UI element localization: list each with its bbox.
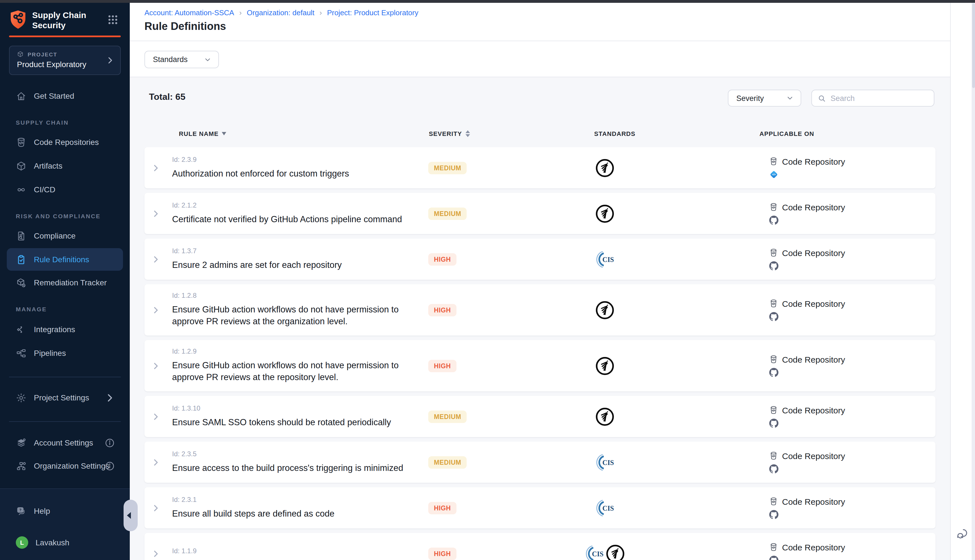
expand-row-icon[interactable] (151, 361, 160, 370)
account-settings-icon (16, 437, 27, 448)
expand-row-icon[interactable] (151, 255, 160, 263)
sidebar-item-artifacts[interactable]: Artifacts (7, 155, 123, 177)
scrollbar[interactable] (972, 0, 975, 560)
total-count: Total: 65 (149, 92, 185, 102)
applicable-label: Code Repository (782, 248, 845, 257)
rule-row[interactable]: Id: 1.2.8 Ensure GitHub action workflows… (144, 284, 935, 335)
column-header-applicable-on: APPLICABLE ON (760, 130, 814, 137)
artifacts-cube-icon (16, 160, 27, 171)
rule-row[interactable]: Id: 1.3.10 Ensure SAML SSO tokens should… (144, 396, 935, 437)
standards-dropdown-label: Standards (153, 55, 188, 64)
sidebar-item-organization-settings[interactable]: Organization Settings (7, 455, 123, 477)
page-title: Rule Definitions (144, 20, 950, 33)
standards-cell: CIS (595, 498, 615, 518)
expand-row-icon[interactable] (151, 163, 160, 172)
expand-row-icon[interactable] (151, 412, 160, 421)
sidebar-item-help[interactable]: ? Help (7, 500, 123, 522)
breadcrumb-project[interactable]: Project: Product Exploratory (327, 8, 418, 17)
sidebar-item-compliance[interactable]: Compliance (7, 225, 123, 247)
sidebar-item-label: Remediation Tracker (34, 278, 107, 287)
severity-badge: HIGH (428, 547, 456, 560)
owasp-icon (595, 300, 615, 320)
sidebar-divider (9, 377, 121, 377)
avatar: L (16, 536, 28, 549)
section-label-manage: MANAGE (16, 306, 47, 312)
applicable-cell: Code Repository (769, 405, 845, 428)
sidebar-item-get-started[interactable]: Get Started (7, 85, 123, 107)
project-cube-icon (17, 51, 24, 58)
sidebar-item-label: Account Settings (34, 438, 93, 447)
sidebar-item-integrations[interactable]: Integrations (7, 318, 123, 341)
rule-row[interactable]: Id: 1.2.9 Ensure GitHub action workflows… (144, 340, 935, 392)
rule-row[interactable]: Id: 2.1.2 Certificate not verified by Gi… (144, 193, 935, 234)
applicable-label: Code Repository (782, 355, 845, 364)
rule-name: Ensure 2 admins are set for each reposit… (172, 258, 342, 270)
rule-id: Id: 2.3.5 (172, 450, 403, 458)
sidebar-collapse-handle[interactable] (124, 500, 138, 531)
rule-row[interactable]: Id: 2.3.5 Ensure access to the build pro… (144, 442, 935, 483)
sidebar-item-remediation-tracker[interactable]: Remediation Tracker (7, 271, 123, 294)
sidebar-item-account-settings[interactable]: Account Settings (7, 432, 123, 454)
standards-cell: CIS (595, 249, 615, 269)
rule-id: Id: 1.2.9 (172, 347, 420, 355)
chevron-down-icon (786, 94, 794, 102)
info-icon[interactable] (104, 437, 115, 448)
expand-row-icon[interactable] (151, 503, 160, 512)
window-top-strip (0, 0, 975, 3)
right-margin-strip (950, 3, 972, 560)
applicable-cell: Code Repository (769, 451, 845, 473)
app-root: Supply Chain Security PROJECT Product Ex… (0, 0, 975, 560)
search-box[interactable] (811, 90, 934, 107)
page-header: Account: Automation-SSCA › Organization:… (130, 3, 950, 41)
sidebar-item-label: Pipelines (34, 348, 66, 358)
rule-row[interactable]: Id: 2.3.1 Ensure all build steps are def… (144, 487, 935, 528)
project-selector[interactable]: PROJECT Product Exploratory (9, 46, 121, 75)
expand-row-icon[interactable] (151, 209, 160, 218)
module-grid-icon[interactable] (107, 14, 119, 25)
scrollbar-thumb[interactable] (972, 3, 975, 88)
rule-row[interactable]: Id: 1.3.7 Ensure 2 admins are set for ea… (144, 238, 935, 280)
cis-icon: CIS (584, 543, 604, 560)
sidebar-item-cicd[interactable]: CI/CD (7, 178, 123, 201)
breadcrumb-organization[interactable]: Organization: default (247, 8, 315, 17)
owasp-icon (595, 356, 615, 376)
sidebar-item-pipelines[interactable]: Pipelines (7, 342, 123, 364)
rule-definitions-clipboard-icon (16, 254, 27, 265)
sidebar-item-user[interactable]: L Lavakush (7, 531, 123, 554)
applicable-label: Code Repository (782, 542, 845, 552)
rule-row[interactable]: Id: 2.3.9 Authorization not enforced for… (144, 147, 935, 188)
severity-dropdown-label: Severity (736, 94, 764, 102)
code-repository-icon (769, 497, 778, 506)
column-header-rule-name[interactable]: RULE NAME (179, 130, 227, 137)
breadcrumb-account[interactable]: Account: Automation-SSCA (144, 8, 234, 17)
severity-dropdown[interactable]: Severity (728, 90, 801, 107)
breadcrumb-separator: › (320, 8, 322, 17)
standards-cell (595, 300, 615, 320)
expand-row-icon[interactable] (151, 549, 160, 558)
search-input[interactable] (831, 94, 928, 102)
expand-row-icon[interactable] (151, 458, 160, 467)
column-header-severity[interactable]: SEVERITY (429, 130, 470, 137)
chat-help-icon[interactable] (955, 527, 968, 541)
expand-row-icon[interactable] (151, 305, 160, 314)
remediation-box-icon (16, 277, 27, 288)
rule-row[interactable]: Id: 1.1.9 HIGH CIS Code Repository (144, 533, 935, 560)
severity-badge: HIGH (428, 253, 456, 265)
gear-icon (16, 392, 27, 403)
code-repository-icon (769, 543, 778, 552)
owasp-icon (605, 543, 625, 560)
applicable-label: Code Repository (782, 405, 845, 415)
info-icon[interactable] (104, 460, 115, 471)
standards-dropdown[interactable]: Standards (144, 51, 219, 68)
sidebar-item-project-settings[interactable]: Project Settings (7, 386, 123, 409)
chevron-down-icon (204, 55, 212, 63)
sidebar: Supply Chain Security PROJECT Product Ex… (0, 3, 130, 560)
sidebar-item-code-repositories[interactable]: Code Repositories (7, 131, 123, 153)
standards-filter-row: Standards (130, 41, 950, 77)
project-label: PROJECT (28, 51, 57, 57)
sidebar-item-rule-definitions[interactable]: Rule Definitions (7, 248, 123, 271)
scs-shield-logo-icon (9, 10, 27, 30)
code-repository-icon (769, 405, 778, 415)
sidebar-item-label: Get Started (34, 92, 74, 100)
svg-text:</>: </> (772, 173, 776, 176)
